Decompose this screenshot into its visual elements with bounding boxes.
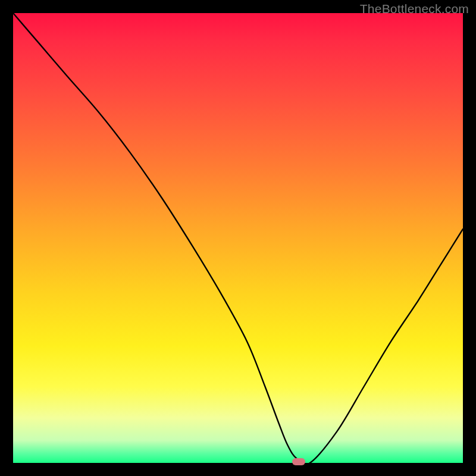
chart-frame: TheBottleneck.com [0,0,476,476]
optimal-marker [292,458,305,465]
plot-area [13,13,463,463]
bottleneck-curve [13,13,463,463]
